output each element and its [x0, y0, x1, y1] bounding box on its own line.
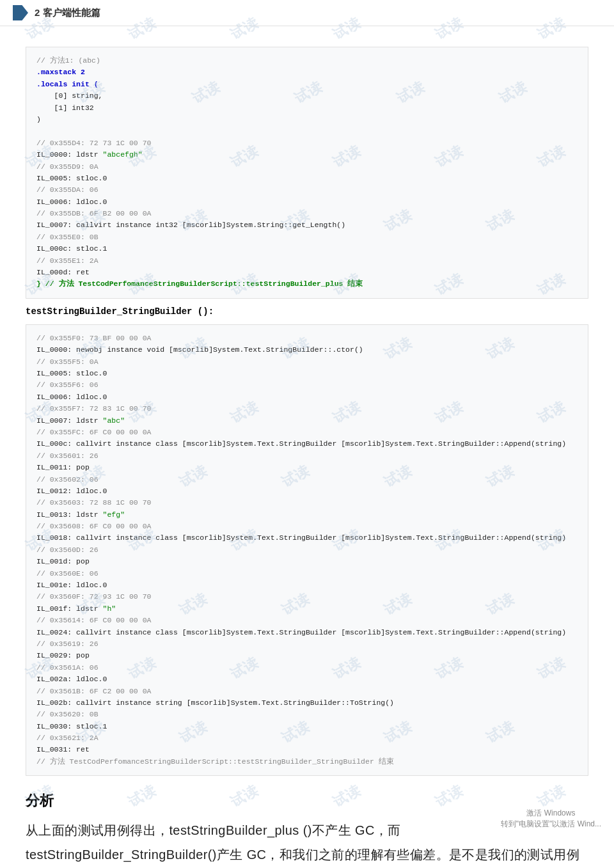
- page-header: 2 客户端性能篇: [0, 0, 614, 26]
- analysis-paragraph: 从上面的测试用例得出，testStringBuilder_plus ()不产生 …: [26, 818, 588, 868]
- analysis-title: 分析: [26, 791, 588, 810]
- main-content: // 方法1: (abc) .maxstack 2 .locals init (…: [0, 26, 614, 868]
- code-block-2: // 0x355F0: 73 BF 00 00 0A IL_0000: newo…: [26, 324, 588, 776]
- header-icon: [13, 5, 28, 20]
- code-block-1: // 方法1: (abc) .maxstack 2 .locals init (…: [26, 47, 588, 299]
- code-block-2-heading: testStringBuilder_StringBuilder ():: [26, 306, 588, 317]
- header-title: 2 客户端性能篇: [35, 7, 100, 19]
